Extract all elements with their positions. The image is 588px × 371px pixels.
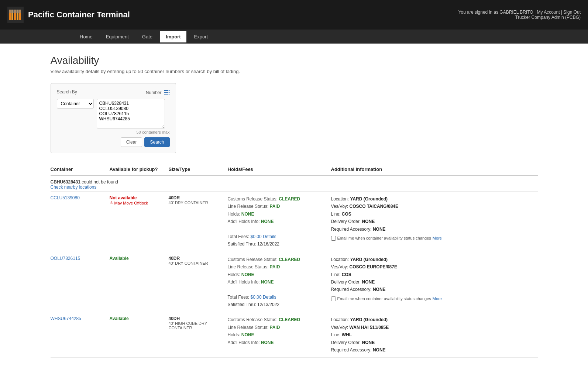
line-value: WHL [342, 332, 352, 337]
user-signed-in-text: You are signed in as GABRIEL BRITO | My … [458, 10, 581, 15]
search-by-label: Search By [57, 89, 77, 95]
holds-section: Customs Release Status: CLEARED Line Rel… [228, 256, 331, 309]
search-fields: Container Bill of Lading CBHU6328431 CCL… [57, 99, 170, 128]
email-checkbox[interactable] [331, 236, 336, 241]
availability-cell: Available [110, 252, 169, 312]
availability-note-text: May Move Offdock [114, 201, 148, 205]
availability-status: Available [110, 256, 169, 261]
more-link[interactable]: More [433, 296, 442, 301]
total-fees-value: $0.00 [251, 234, 262, 239]
check-nearby-link[interactable]: Check nearby locations [51, 185, 538, 190]
results-table: Container Available for pickup? Size/Typ… [51, 164, 538, 358]
req-accessory-value: NONE [373, 287, 386, 292]
addl-holds-value: NONE [261, 340, 274, 345]
holds-cell: Customs Release Status: CLEARED Line Rel… [228, 252, 331, 312]
additional-cell: Location: YARD (Grounded) Ves/Voy: COSCO… [331, 252, 538, 312]
line-release-value: PAID [270, 204, 280, 209]
container-link[interactable]: WHSU6744285 [51, 316, 81, 321]
ves-voy-value: WAN HAI 511/085E [350, 325, 389, 330]
location-value: YARD (Grounded) [350, 196, 388, 202]
customs-value: CLEARED [279, 196, 300, 202]
holds-cell: Customs Release Status: CLEARED Line Rel… [228, 192, 331, 252]
line-value: COS [342, 212, 351, 217]
container-numbers-input[interactable]: CBHU6328431 CCLU5139080 OOLU7826115 WHSU… [97, 99, 165, 128]
more-link[interactable]: More [433, 236, 442, 240]
number-label-text: Number [146, 90, 162, 95]
fees-details-link[interactable]: Details [263, 295, 276, 300]
customs-value: CLEARED [279, 257, 300, 262]
availability-cell: Available [110, 312, 169, 358]
delivery-order-value: NONE [362, 279, 375, 285]
size-type-main: 40DH [169, 316, 228, 321]
results-body: CBHU6328431 could not be found Check nea… [51, 175, 538, 358]
ves-voy-label: Ves/Voy: [331, 204, 350, 209]
my-account-link[interactable]: My Account [537, 10, 560, 15]
additional-section: Location: YARD (Grounded) Ves/Voy: COSCO… [331, 195, 538, 233]
sign-out-link[interactable]: Sign Out [563, 10, 581, 15]
delivery-order-value: NONE [362, 219, 375, 224]
container-link[interactable]: OOLU7826115 [51, 256, 80, 261]
holds-section: Customs Release Status: CLEARED Line Rel… [228, 195, 331, 248]
delivery-order-label: Delivery Order: [331, 340, 362, 345]
ves-voy-value: COSCO EUROPE/087E [350, 264, 397, 269]
line-label: Line: [331, 212, 342, 217]
availability-status: Available [110, 316, 169, 321]
table-row: CCLU5139080 Not available ⚠ May Move Off… [51, 192, 538, 252]
nav-home[interactable]: Home [74, 31, 99, 42]
svg-rect-6 [9, 10, 21, 13]
email-checkbox[interactable] [331, 296, 336, 301]
holds-value: NONE [241, 212, 254, 217]
location-value: YARD (Grounded) [350, 257, 388, 262]
search-header: Search By Number [57, 89, 170, 96]
col-header-available: Available for pickup? [110, 164, 169, 175]
customs-label: Customs Release Status: [228, 257, 279, 262]
req-accessory-label: Required Accessory: [331, 227, 373, 232]
size-type-sub: 40' HIGH CUBE DRY CONTAINER [169, 321, 228, 330]
search-by-select[interactable]: Container Bill of Lading [57, 99, 94, 109]
customs-label: Customs Release Status: [228, 196, 279, 202]
email-label: Email me when container availability sta… [337, 296, 431, 301]
availability-note: ⚠ May Move Offdock [110, 200, 169, 205]
email-notification-row: Email me when container availability sta… [331, 236, 538, 241]
nav-equipment[interactable]: Equipment [100, 31, 135, 42]
availability-status: Not available [110, 195, 169, 200]
col-header-container: Container [51, 164, 110, 175]
logo-area: Pacific Container Terminal [7, 7, 130, 23]
addl-holds-label: Add'l Holds Info: [228, 219, 261, 224]
nav-import[interactable]: Import [160, 31, 186, 42]
clear-button[interactable]: Clear [121, 137, 142, 147]
line-label: Line: [331, 272, 342, 277]
main-content: Availability View availability details b… [36, 44, 553, 371]
nav-gate[interactable]: Gate [136, 31, 158, 42]
warning-icon: ⚠ [110, 200, 113, 205]
user-info: You are signed in as GABRIEL BRITO | My … [458, 10, 581, 20]
search-box: Search By Number Container Bill of Ladin… [51, 83, 176, 153]
location-value: YARD (Grounded) [350, 317, 388, 322]
size-type-main: 40DR [169, 256, 228, 261]
location-label: Location: [331, 257, 350, 262]
additional-cell: Location: YARD (Grounded) Ves/Voy: WAN H… [331, 312, 538, 358]
holds-value: NONE [241, 272, 254, 277]
max-containers-label: 50 containers max [57, 130, 170, 134]
container-link[interactable]: CCLU5139080 [51, 195, 80, 200]
addl-holds-label: Add'l Holds Info: [228, 279, 261, 285]
container-id-cell: WHSU6744285 [51, 312, 110, 358]
holds-label: Holds: [228, 272, 241, 277]
holds-section: Customs Release Status: CLEARED Line Rel… [228, 316, 331, 346]
availability-cell: Not available ⚠ May Move Offdock [110, 192, 169, 252]
svg-rect-10 [168, 90, 169, 91]
nav-export[interactable]: Export [188, 31, 214, 42]
not-found-container-id: CBHU6328431 [51, 179, 80, 185]
addl-holds-value: NONE [261, 279, 274, 285]
line-release-label: Line Release Status: [228, 204, 270, 209]
customs-value: CLEARED [279, 317, 300, 322]
req-accessory-value: NONE [373, 347, 386, 353]
line-release-label: Line Release Status: [228, 264, 270, 269]
fees-details-link[interactable]: Details [263, 234, 276, 239]
col-header-additional: Additional Information [331, 164, 538, 175]
list-options-icon[interactable] [164, 90, 170, 95]
additional-cell: Location: YARD (Grounded) Ves/Voy: COSCO… [331, 192, 538, 252]
addl-holds-value: NONE [261, 219, 274, 224]
size-type-sub: 40' DRY CONTAINER [169, 261, 228, 265]
search-button[interactable]: Search [144, 137, 169, 147]
